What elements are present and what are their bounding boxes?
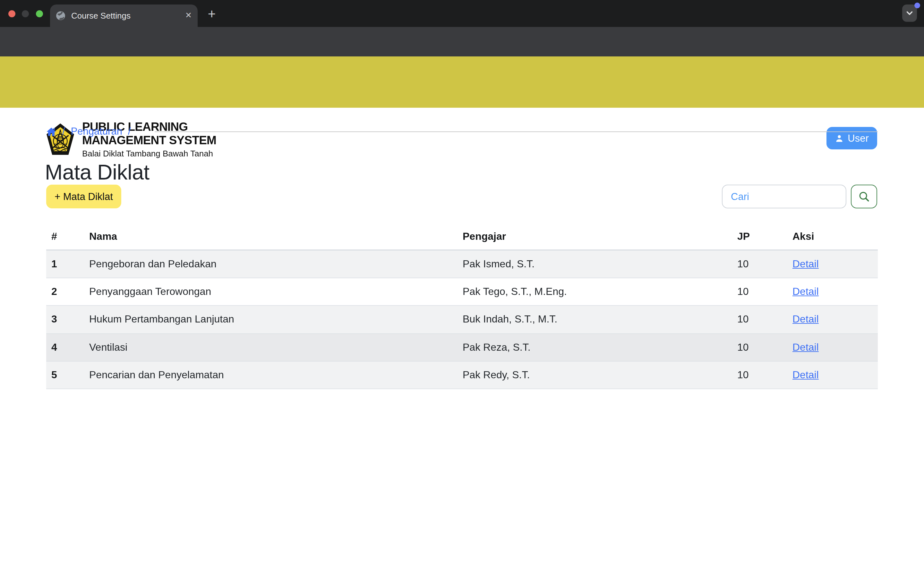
notification-dot bbox=[914, 2, 920, 8]
detail-link[interactable]: Detail bbox=[792, 370, 819, 380]
table-row[interactable]: 5Pencarian dan PenyelamatanPak Redy, S.T… bbox=[46, 361, 878, 389]
tab-title: Course Settings bbox=[71, 11, 131, 21]
cell-pengajar: Pak Reza, S.T. bbox=[457, 334, 732, 361]
window-zoom-button[interactable] bbox=[36, 10, 43, 17]
cell-nama: Ventilasi bbox=[84, 334, 457, 361]
column-header-nama: Nama bbox=[84, 224, 457, 250]
globe-favicon-icon bbox=[56, 11, 65, 21]
course-table: # Nama Pengajar JP Aksi 1Pengeboran dan … bbox=[46, 224, 878, 390]
brand-subtitle: Balai Diklat Tambang Bawah Tanah bbox=[82, 148, 216, 159]
cell-pengajar: Pak Ismed, S.T. bbox=[457, 250, 732, 278]
table-row[interactable]: 4VentilasiPak Reza, S.T.10Detail bbox=[46, 334, 878, 361]
cell-jp: 10 bbox=[732, 334, 787, 361]
row-number: 5 bbox=[46, 361, 84, 389]
search-input[interactable] bbox=[722, 185, 846, 208]
search-button[interactable] bbox=[851, 185, 877, 208]
breadcrumb-separator: / bbox=[62, 126, 65, 137]
window-close-button[interactable] bbox=[8, 10, 15, 17]
detail-link[interactable]: Detail bbox=[792, 314, 819, 325]
cell-aksi: Detail bbox=[787, 306, 878, 334]
app-header: PUBLIC LEARNING MANAGEMENT SYSTEM Balai … bbox=[0, 56, 924, 108]
cell-jp: 10 bbox=[732, 278, 787, 306]
cell-jp: 10 bbox=[732, 250, 787, 278]
detail-link[interactable]: Detail bbox=[792, 258, 819, 269]
course-table-body: 1Pengeboran dan PeledakanPak Ismed, S.T.… bbox=[46, 250, 878, 389]
column-header-jp: JP bbox=[732, 224, 787, 250]
cell-nama: Pengeboran dan Peledakan bbox=[84, 250, 457, 278]
browser-tab[interactable]: Course Settings ✕ bbox=[50, 4, 198, 27]
cell-pengajar: Pak Redy, S.T. bbox=[457, 361, 732, 389]
browser-titlebar: Course Settings ✕ + bbox=[0, 0, 924, 27]
detail-link[interactable]: Detail bbox=[792, 342, 819, 353]
chevron-down-icon bbox=[905, 9, 914, 17]
column-header-aksi: Aksi bbox=[787, 224, 878, 250]
home-icon[interactable] bbox=[46, 127, 57, 136]
cell-nama: Pencarian dan Penyelamatan bbox=[84, 361, 457, 389]
cell-aksi: Detail bbox=[787, 250, 878, 278]
table-row[interactable]: 1Pengeboran dan PeledakanPak Ismed, S.T.… bbox=[46, 250, 878, 278]
cell-jp: 10 bbox=[732, 306, 787, 334]
column-header-number: # bbox=[46, 224, 84, 250]
window-minimize-button[interactable] bbox=[22, 10, 29, 17]
browser-toolbar: localhost:8000/settings/course bbox=[0, 27, 924, 56]
cell-aksi: Detail bbox=[787, 334, 878, 361]
tab-close-icon[interactable]: ✕ bbox=[185, 11, 192, 19]
cell-jp: 10 bbox=[732, 361, 787, 389]
row-number: 3 bbox=[46, 306, 84, 334]
cell-nama: Hukum Pertambangan Lanjutan bbox=[84, 306, 457, 334]
breadcrumb-separator: / bbox=[128, 126, 131, 137]
new-tab-button[interactable]: + bbox=[203, 5, 221, 23]
cell-aksi: Detail bbox=[787, 361, 878, 389]
row-number: 1 bbox=[46, 250, 84, 278]
cell-aksi: Detail bbox=[787, 278, 878, 306]
detail-link[interactable]: Detail bbox=[792, 286, 819, 297]
breadcrumb-rule bbox=[155, 131, 878, 132]
breadcrumb: / Pengaturan / bbox=[46, 126, 878, 137]
search-icon bbox=[858, 190, 870, 203]
cell-pengajar: Buk Indah, S.T., M.T. bbox=[457, 306, 732, 334]
browser-window: Course Settings ✕ + bbox=[0, 0, 924, 577]
table-row[interactable]: 3Hukum Pertambangan LanjutanBuk Indah, S… bbox=[46, 306, 878, 334]
page-title: Mata Diklat bbox=[45, 160, 150, 185]
cell-nama: Penyanggaan Terowongan bbox=[84, 278, 457, 306]
column-header-pengajar: Pengajar bbox=[457, 224, 732, 250]
table-row[interactable]: 2Penyanggaan TerowonganPak Tego, S.T., M… bbox=[46, 278, 878, 306]
breadcrumb-link-pengaturan[interactable]: Pengaturan bbox=[71, 126, 122, 137]
add-course-button[interactable]: + Mata Diklat bbox=[46, 185, 121, 208]
row-number: 4 bbox=[46, 334, 84, 361]
cell-pengajar: Pak Tego, S.T., M.Eng. bbox=[457, 278, 732, 306]
table-header-row: # Nama Pengajar JP Aksi bbox=[46, 224, 878, 250]
row-number: 2 bbox=[46, 278, 84, 306]
